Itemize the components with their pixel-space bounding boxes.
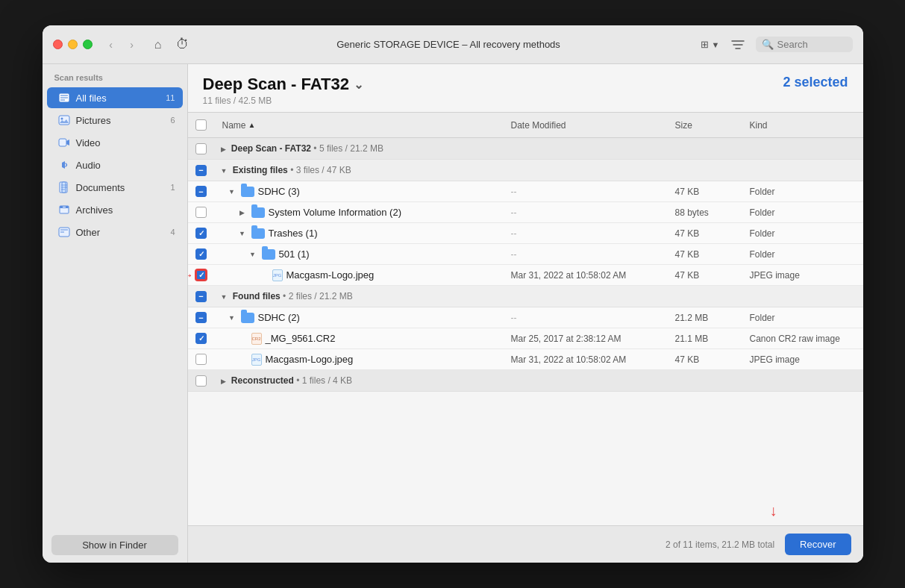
svg-rect-9 <box>59 139 66 146</box>
kind-system-volume: Folder <box>744 206 863 219</box>
expand-reconstructed[interactable]: ▶ <box>221 378 226 385</box>
minimize-button[interactable] <box>68 40 78 49</box>
scan-info: Deep Scan - FAT32 ⌄ 11 files / 42.5 MB <box>203 75 363 106</box>
folder-icon-501 <box>262 249 275 260</box>
kind-sdhc-3: Folder <box>744 185 863 198</box>
jpeg-icon-macgasm-existing: JPG <box>272 269 283 281</box>
expand-501[interactable]: ▼ <box>248 249 258 260</box>
checkbox-mg-9561[interactable] <box>195 333 207 344</box>
view-toggle[interactable]: ⊞ ▼ <box>701 39 720 50</box>
group-deep-scan-label: ▶ Deep Scan - FAT32 • 5 files / 21.2 MB <box>215 141 863 156</box>
name-sdhc-2: ▼ SDHC (2) <box>215 310 505 325</box>
show-in-finder-button[interactable]: Show in Finder <box>51 535 178 555</box>
svg-rect-7 <box>59 116 69 125</box>
sidebar-item-other-badge: 4 <box>170 228 175 237</box>
close-button[interactable] <box>53 40 63 49</box>
main-header: Deep Scan - FAT32 ⌄ 11 files / 42.5 MB 2… <box>188 64 863 112</box>
view-chevron-icon: ▼ <box>712 40 720 49</box>
jpeg-icon-macgasm-found: JPG <box>251 354 262 366</box>
sidebar-item-video[interactable]: Video <box>47 132 183 153</box>
sidebar-item-other[interactable]: Other 4 <box>47 222 183 243</box>
checkbox-macgasm-existing[interactable] <box>195 269 207 281</box>
checkbox-trashes[interactable] <box>195 228 207 239</box>
checkbox-system-volume[interactable] <box>195 207 207 218</box>
expand-deep-scan[interactable]: ▶ <box>221 146 226 153</box>
scan-title: Deep Scan - FAT32 ⌄ <box>203 75 363 94</box>
group-found-label: ▼ Found files • 2 files / 21.2 MB <box>215 289 863 304</box>
group-reconstructed-checkbox[interactable] <box>195 375 207 387</box>
expand-sdhc-2[interactable]: ▼ <box>227 313 237 323</box>
maximize-button[interactable] <box>83 40 93 49</box>
search-box[interactable]: 🔍 <box>756 37 853 52</box>
footer-info: 2 of 11 items, 21.2 MB total <box>666 539 774 550</box>
scan-title-chevron[interactable]: ⌄ <box>354 78 363 92</box>
group-found-checkbox[interactable] <box>195 291 207 302</box>
empty-space <box>188 392 863 525</box>
sidebar-item-all-files-badge: 11 <box>166 93 175 102</box>
date-501: -- <box>505 248 669 261</box>
kind-macgasm-existing: JPEG image <box>744 269 863 282</box>
checkbox-sdhc-3[interactable] <box>195 186 207 197</box>
kind-sdhc-2: Folder <box>744 311 863 325</box>
selected-count: 2 selected <box>783 75 848 90</box>
kind-501: Folder <box>744 248 863 261</box>
name-macgasm-existing: ▶ JPG Macgasm-Logo.jpeg <box>215 268 505 283</box>
recover-button[interactable]: Recover <box>785 534 851 555</box>
date-trashes: -- <box>505 227 669 240</box>
expand-sdhc-3[interactable]: ▼ <box>227 187 237 197</box>
sidebar-item-documents-label: Documents <box>76 182 166 193</box>
group-existing-label: ▼ Existing files • 3 files / 47 KB <box>215 163 863 178</box>
filter-button[interactable] <box>727 34 748 55</box>
home-button[interactable]: ⌂ <box>148 34 169 55</box>
other-icon <box>57 225 71 239</box>
forward-button[interactable]: › <box>124 37 140 53</box>
group-deep-scan-checkbox[interactable] <box>195 143 207 154</box>
archives-icon <box>57 203 71 216</box>
kind-macgasm-found: JPEG image <box>744 353 863 366</box>
expand-found[interactable]: ▼ <box>221 293 228 301</box>
name-sdhc-3: ▼ SDHC (3) <box>215 184 505 198</box>
checkbox-sdhc-2[interactable] <box>195 312 207 323</box>
col-header-name: Name ▲ <box>215 116 505 134</box>
sidebar-item-all-files[interactable]: All files 11 <box>47 87 183 108</box>
expand-trashes[interactable]: ▼ <box>237 228 248 239</box>
sidebar-item-pictures[interactable]: Pictures 6 <box>47 110 183 131</box>
sidebar-item-archives[interactable]: Archives <box>47 199 183 220</box>
size-macgasm-existing: 47 KB <box>669 269 744 282</box>
sidebar-item-audio-label: Audio <box>76 160 175 171</box>
sidebar: Scan results All files 11 <box>43 64 188 563</box>
footer: ↓ 2 of 11 items, 21.2 MB total Recover <box>188 525 863 563</box>
row-sdhc-2: ▼ SDHC (2) -- 21.2 MB Folder <box>188 307 863 328</box>
window-title: Generic STORAGE DEVICE – All recovery me… <box>197 39 701 50</box>
col-header-date: Date Modified <box>505 116 669 134</box>
sort-indicator: ▲ <box>248 121 256 129</box>
expand-existing[interactable]: ▼ <box>221 167 228 175</box>
video-icon <box>57 136 71 149</box>
back-button[interactable]: ‹ <box>103 37 119 53</box>
row-macgasm-existing: → ▶ JPG Macgasm-Logo.jpeg Mar 31, 2022 a… <box>188 265 863 286</box>
timer-button[interactable]: ⏱ <box>176 37 190 52</box>
sidebar-item-documents[interactable]: Documents 1 <box>47 177 183 198</box>
group-reconstructed: ▶ Reconstructed • 1 files / 4 KB <box>188 370 863 392</box>
checkbox-macgasm-found[interactable] <box>195 354 207 365</box>
pictures-icon <box>57 113 71 127</box>
size-mg-9561: 21.1 MB <box>669 332 744 345</box>
folder-icon-sdhc-3 <box>241 187 254 197</box>
nav-arrows: ‹ › <box>103 37 140 53</box>
sidebar-item-other-label: Other <box>76 227 166 238</box>
select-all-checkbox[interactable] <box>195 119 207 131</box>
sidebar-item-audio[interactable]: Audio <box>47 154 183 175</box>
expand-system-volume[interactable]: ▶ <box>237 207 248 218</box>
group-existing-checkbox[interactable] <box>195 165 207 176</box>
row-sdhc-3: ▼ SDHC (3) -- 47 KB Folder <box>188 181 863 202</box>
checkbox-501[interactable] <box>195 248 207 260</box>
group-existing-files: ▼ Existing files • 3 files / 47 KB <box>188 160 863 181</box>
search-input[interactable] <box>777 39 847 50</box>
name-system-volume: ▶ System Volume Information (2) <box>215 205 505 219</box>
folder-icon-trashes <box>251 228 265 239</box>
row-system-volume: ▶ System Volume Information (2) -- 88 by… <box>188 202 863 223</box>
sidebar-item-pictures-label: Pictures <box>76 115 166 126</box>
name-macgasm-found: ▶ JPG Macgasm-Logo.jpeg <box>215 352 505 367</box>
name-mg-9561: ▶ CR2 _MG_9561.CR2 <box>215 331 505 346</box>
name-501: ▼ 501 (1) <box>215 247 505 261</box>
